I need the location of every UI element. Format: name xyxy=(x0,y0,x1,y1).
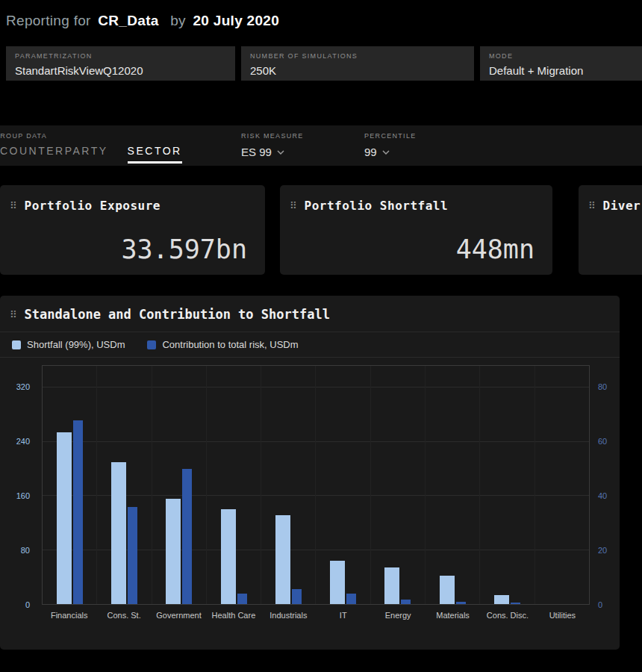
chart-legend: Shortfall (99%), USDm Contribution to to… xyxy=(0,332,620,358)
bar xyxy=(346,594,356,605)
parametrization-label: PARAMETRIZATION xyxy=(15,52,226,60)
legend-swatch xyxy=(147,340,156,349)
chart-axis-right: 020406080 xyxy=(591,365,620,605)
bar-groups xyxy=(43,366,589,604)
left-axis-tick: 0 xyxy=(25,600,30,609)
legend-item-contribution[interactable]: Contribution to total risk, USDm xyxy=(147,339,298,350)
bar xyxy=(440,576,455,604)
bar xyxy=(384,567,399,604)
percentile-dropdown[interactable]: 99 xyxy=(364,146,417,158)
tab-counterparty[interactable]: COUNTERPARTY xyxy=(0,145,108,164)
chevron-down-icon xyxy=(382,150,390,155)
right-axis-tick: 40 xyxy=(598,491,607,500)
left-axis-tick: 160 xyxy=(16,491,30,500)
risk-measure-value: ES 99 xyxy=(241,146,272,158)
bar xyxy=(166,499,181,604)
legend-label: Contribution to total risk, USDm xyxy=(162,339,298,350)
risk-measure-dropdown[interactable]: ES 99 xyxy=(241,146,304,158)
chevron-down-icon xyxy=(277,150,284,155)
bar xyxy=(401,600,411,604)
bar xyxy=(111,462,126,604)
bar-group xyxy=(371,366,426,604)
group-data-label: GROUP DATA xyxy=(0,132,47,140)
card-title: Portfolio Shortfall xyxy=(305,199,449,213)
header-date: 20 July 2020 xyxy=(193,13,279,28)
bar xyxy=(494,595,509,604)
drag-handle-icon[interactable]: ⠿ xyxy=(10,201,17,211)
legend-label: Shortfall (99%), USDm xyxy=(27,339,125,350)
card-title: Diver xyxy=(603,199,641,213)
bar-group xyxy=(480,366,535,604)
bar xyxy=(128,507,137,605)
header-connector: by xyxy=(170,13,186,28)
chart-category-label: Materials xyxy=(426,606,480,624)
bar xyxy=(275,515,290,604)
bar xyxy=(330,561,345,604)
percentile-label: PERCENTILE xyxy=(364,132,417,140)
chart-category-label: Industrials xyxy=(261,606,316,624)
bar xyxy=(237,594,247,605)
chart-category-label: Energy xyxy=(370,606,425,624)
portfolio-shortfall-value: 448mn xyxy=(456,234,535,264)
portfolio-exposure-card: ⠿ Portfolio Exposure 33.597bn xyxy=(0,185,265,275)
percentile-group: PERCENTILE 99 xyxy=(364,132,417,158)
drag-handle-icon[interactable]: ⠿ xyxy=(588,201,596,211)
drag-handle-icon[interactable]: ⠿ xyxy=(290,201,297,211)
right-axis-tick: 80 xyxy=(598,382,607,391)
risk-measure-group: RISK MEASURE ES 99 xyxy=(241,132,304,158)
bar-group xyxy=(261,366,316,604)
bar-group xyxy=(535,366,589,604)
simulations-value: 250K xyxy=(250,64,465,77)
drag-handle-icon[interactable]: ⠿ xyxy=(10,310,17,320)
bar-group xyxy=(97,366,152,604)
header-dataset: CR_Data xyxy=(98,13,158,28)
left-axis-tick: 320 xyxy=(16,382,30,391)
right-axis-tick: 60 xyxy=(598,437,607,446)
bar xyxy=(73,420,83,605)
chart-plot: 080160240320 020406080 FinancialsCons. S… xyxy=(0,359,620,624)
shortfall-chart-card: ⠿ Standalone and Contribution to Shortfa… xyxy=(0,296,620,650)
metric-cards-row: ⠿ Portfolio Exposure 33.597bn ⠿ Portfoli… xyxy=(0,185,642,275)
card-title: Portfolio Exposure xyxy=(25,199,160,213)
portfolio-exposure-value: 33.597bn xyxy=(121,234,247,264)
diversification-card: ⠿ Diver xyxy=(579,185,642,275)
bar xyxy=(511,603,520,604)
chart-category-label: Financials xyxy=(42,606,96,624)
parameter-row: PARAMETRIZATION StandartRiskViewQ12020 N… xyxy=(6,46,642,81)
mode-label: MODE xyxy=(489,52,633,60)
chart-title: Standalone and Contribution to Shortfall xyxy=(25,307,330,322)
left-axis-tick: 240 xyxy=(16,437,30,446)
bar-group xyxy=(207,366,261,604)
percentile-value: 99 xyxy=(364,146,377,158)
right-axis-tick: 0 xyxy=(598,600,602,609)
bar-group xyxy=(152,366,207,604)
chart-category-label: Government xyxy=(152,606,206,624)
chart-category-label: Utilities xyxy=(535,606,590,624)
legend-swatch xyxy=(12,340,21,349)
page-header: Reporting for CR_Data by 20 July 2020 xyxy=(0,0,642,46)
chart-plot-area xyxy=(42,365,590,605)
bar-group xyxy=(426,366,480,604)
simulations-label: NUMBER OF SIMULATIONS xyxy=(250,52,465,60)
bar xyxy=(292,589,302,604)
simulations-field[interactable]: NUMBER OF SIMULATIONS 250K xyxy=(241,46,474,81)
mode-value: Default + Migration xyxy=(489,64,633,77)
bar-group xyxy=(316,366,370,604)
mode-field[interactable]: MODE Default + Migration xyxy=(480,46,642,81)
chart-category-label: Health Care xyxy=(206,606,261,624)
left-axis-tick: 80 xyxy=(21,546,30,555)
group-data-tabs: COUNTERPARTY SECTOR xyxy=(0,145,182,164)
risk-measure-label: RISK MEASURE xyxy=(241,132,304,140)
chart-category-label: Cons. St. xyxy=(96,606,151,624)
chart-category-labels: FinancialsCons. St.GovernmentHealth Care… xyxy=(42,606,590,624)
bar-group xyxy=(43,366,97,604)
portfolio-shortfall-card: ⠿ Portfolio Shortfall 448mn xyxy=(280,185,552,275)
parametrization-field[interactable]: PARAMETRIZATION StandartRiskViewQ12020 xyxy=(6,46,235,81)
bar xyxy=(182,469,192,604)
header-prefix: Reporting for xyxy=(6,13,91,28)
tab-sector[interactable]: SECTOR xyxy=(128,145,182,164)
chart-axis-left: 080160240320 xyxy=(0,365,37,605)
parametrization-value: StandartRiskViewQ12020 xyxy=(15,64,226,77)
bar xyxy=(221,509,236,604)
legend-item-shortfall[interactable]: Shortfall (99%), USDm xyxy=(12,339,125,350)
